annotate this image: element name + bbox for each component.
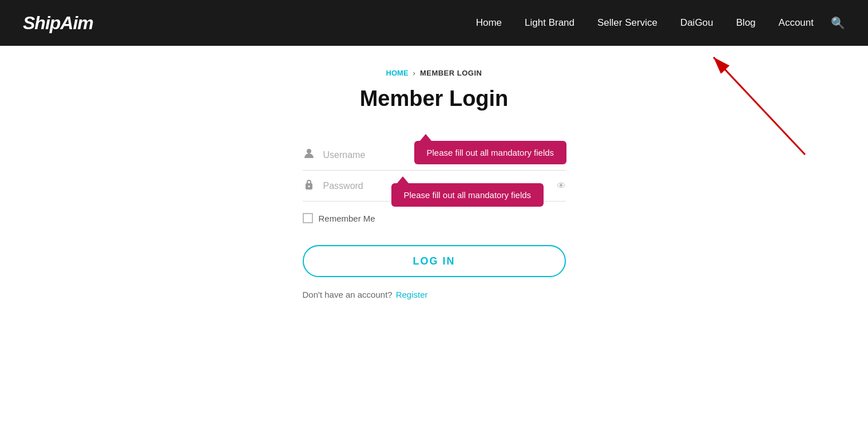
svg-point-2 bbox=[307, 149, 311, 153]
nav-home[interactable]: Home bbox=[476, 17, 502, 28]
username-field-row: Please fill out all mandatory fields bbox=[303, 140, 566, 171]
register-link[interactable]: Register bbox=[396, 290, 428, 299]
nav-daigou[interactable]: DaiGou bbox=[680, 17, 714, 28]
nav-account[interactable]: Account bbox=[779, 17, 814, 28]
remember-me-label: Remember Me bbox=[319, 214, 375, 223]
breadcrumb-home-link[interactable]: HOME bbox=[386, 69, 409, 77]
navbar: ShipAim Home Light Brand Seller Service … bbox=[0, 0, 868, 46]
login-form: Please fill out all mandatory fields 👁 P… bbox=[303, 140, 566, 299]
login-button[interactable]: LOG IN bbox=[303, 245, 566, 277]
breadcrumb-current: MEMBER LOGIN bbox=[420, 69, 482, 77]
password-field-row: 👁 Please fill out all mandatory fields bbox=[303, 171, 566, 202]
no-account-text: Don't have an account? bbox=[303, 290, 393, 299]
svg-point-4 bbox=[308, 186, 310, 187]
nav-light-brand[interactable]: Light Brand bbox=[525, 17, 574, 28]
tooltip-arrow-up-1 bbox=[420, 134, 431, 141]
site-logo[interactable]: ShipAim bbox=[23, 13, 93, 34]
tooltip-text-1: Please fill out all mandatory fields bbox=[414, 141, 567, 164]
eye-icon[interactable]: 👁 bbox=[557, 181, 566, 191]
search-icon[interactable]: 🔍 bbox=[831, 16, 845, 30]
remember-me-checkbox[interactable] bbox=[303, 213, 313, 223]
lock-icon bbox=[303, 179, 315, 193]
main-content: HOME › MEMBER LOGIN Member Login Please … bbox=[0, 46, 868, 438]
nav-menu: Home Light Brand Seller Service DaiGou B… bbox=[476, 17, 814, 29]
username-tooltip: Please fill out all mandatory fields bbox=[414, 134, 567, 164]
page-title: Member Login bbox=[360, 86, 509, 111]
breadcrumb: HOME › MEMBER LOGIN bbox=[386, 69, 482, 77]
nav-seller-service[interactable]: Seller Service bbox=[597, 17, 657, 28]
tooltip-arrow-up-2 bbox=[397, 176, 409, 183]
breadcrumb-separator: › bbox=[413, 69, 415, 77]
user-icon bbox=[303, 148, 315, 162]
password-tooltip: Please fill out all mandatory fields bbox=[391, 176, 544, 207]
nav-blog[interactable]: Blog bbox=[736, 17, 756, 28]
register-row: Don't have an account? Register bbox=[303, 290, 566, 299]
tooltip-text-2: Please fill out all mandatory fields bbox=[391, 183, 544, 207]
